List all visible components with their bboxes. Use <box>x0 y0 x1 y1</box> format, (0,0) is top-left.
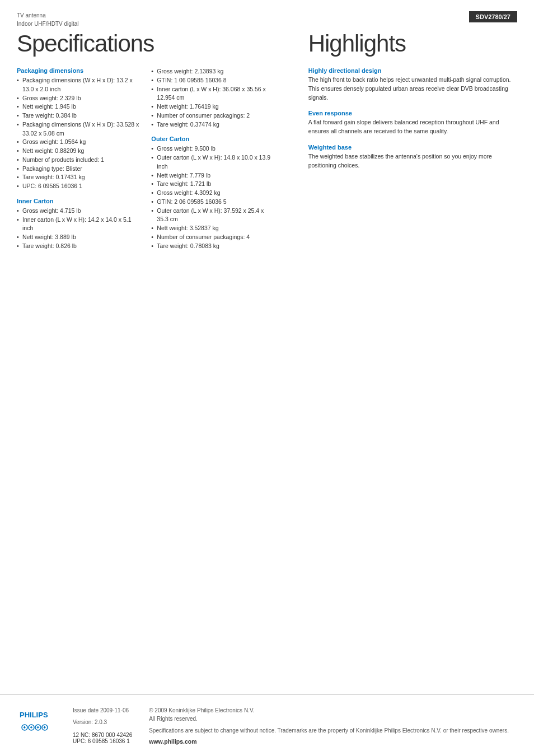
list-item: Outer carton (L x W x H): 14.8 x 10.0 x … <box>151 153 274 171</box>
svg-text:✦: ✦ <box>43 725 47 730</box>
rights-value: All Rights reserved. <box>149 716 198 722</box>
specifications-column: Specifications Packaging dimensions Pack… <box>17 30 286 251</box>
list-item: Inner carton (L x W x H): 14.2 x 14.0 x … <box>17 216 140 234</box>
svg-text:✦: ✦ <box>22 725 27 730</box>
list-item: Number of consumer packagings: 4 <box>151 233 274 242</box>
section-title-outer-carton: Outer Carton <box>151 136 274 142</box>
list-item: Tare weight: 0.384 lb <box>17 111 140 120</box>
list-item: Nett weight: 1.945 lb <box>17 102 140 111</box>
list-item: Inner carton (L x W x H): 36.068 x 35.56… <box>151 85 274 103</box>
list-item: GTIN: 2 06 09585 16036 5 <box>151 198 274 207</box>
list-item: Nett weight: 3.889 lb <box>17 233 140 242</box>
footer-info: Issue date 2009-11-06 Version: 2.0.3 12 … <box>73 706 517 745</box>
nc-label: 12 NC: 8670 000 42426 UPC: 6 09585 16036… <box>73 732 132 744</box>
issue-date-label: Issue date 2009-11-06 <box>73 706 132 715</box>
list-item: Gross weight: 1.0564 kg <box>17 138 140 147</box>
list-item: Number of products included: 1 <box>17 156 140 165</box>
list-item: Packaging type: Blister <box>17 165 140 174</box>
nc-value: 12 NC: 8670 000 42426 <box>73 732 132 738</box>
highlight-text-1: The high front to back ratio helps rejec… <box>308 76 517 102</box>
main-content: Specifications Packaging dimensions Pack… <box>17 30 517 251</box>
list-item: Number of consumer packagings: 2 <box>151 111 274 120</box>
list-item: Nett weight: 3.52837 kg <box>151 224 274 233</box>
footer: PHILIPS ✦ ✦ ✦ ✦ Issue date 2009-11-06 Ve… <box>0 694 534 756</box>
version-label: Version: 2.0.3 <box>73 718 132 726</box>
list-item: Nett weight: 0.88209 kg <box>17 147 140 156</box>
specs-layout: Packaging dimensions Packaging dimension… <box>17 67 275 251</box>
section-title-inner-carton: Inner Carton <box>17 198 140 204</box>
list-item: Packaging dimensions (W x H x D): 13.2 x… <box>17 76 140 94</box>
model-badge: SDV2780/27 <box>469 11 517 22</box>
highlight-weighted-base: Weighted base The weighted base stabiliz… <box>308 144 517 170</box>
list-item: Nett weight: 1.76419 kg <box>151 102 274 111</box>
svg-text:✦: ✦ <box>29 725 34 730</box>
highlight-title-2: Even response <box>308 110 517 116</box>
highlight-title-3: Weighted base <box>308 144 517 151</box>
highlight-text-3: The weighted base stabilizes the antenna… <box>308 152 517 170</box>
list-item: GTIN: 1 06 09585 16036 8 <box>151 76 274 85</box>
list-item: Tare weight: 0.37474 kg <box>151 120 274 129</box>
list-item: Gross weight: 2.13893 kg <box>151 67 274 76</box>
list-item: Packaging dimensions (W x H x D): 33.528… <box>17 120 140 138</box>
footer-col1: Issue date 2009-11-06 Version: 2.0.3 12 … <box>73 706 132 745</box>
philips-logo: PHILIPS ✦ ✦ ✦ ✦ <box>17 706 62 741</box>
list-item: Nett weight: 7.779 lb <box>151 171 274 180</box>
list-item: Gross weight: 4.3092 kg <box>151 189 274 198</box>
inner-carton-list: Gross weight: 4.715 lb Inner carton (L x… <box>17 207 140 251</box>
version-value: 2.0.3 <box>95 719 107 725</box>
list-item: Tare weight: 0.826 lb <box>17 242 140 251</box>
list-item: Tare weight: 0.78083 kg <box>151 242 274 251</box>
website-link[interactable]: www.philips.com <box>149 738 517 745</box>
svg-text:✦: ✦ <box>36 725 40 730</box>
list-item: Gross weight: 2.329 lb <box>17 94 140 103</box>
list-item: Tare weight: 0.17431 kg <box>17 173 140 182</box>
specifications-title: Specifications <box>17 30 275 57</box>
copyright-text: © 2009 Koninklijke Philips Electronics N… <box>149 706 517 723</box>
svg-text:PHILIPS: PHILIPS <box>20 711 48 719</box>
section-title-packaging: Packaging dimensions <box>17 67 140 74</box>
philips-logo-svg: PHILIPS ✦ ✦ ✦ ✦ <box>17 706 62 740</box>
specs-col-1: Packaging dimensions Packaging dimension… <box>17 67 140 251</box>
category-line2: Indoor UHF/HDTV digital <box>17 20 79 28</box>
highlight-even-response: Even response A flat forward gain slope … <box>308 110 517 136</box>
highlight-title-1: Highly directional design <box>308 67 517 74</box>
outer-carton-list: Gross weight: 9.500 lb Outer carton (L x… <box>151 144 274 250</box>
list-item: Gross weight: 4.715 lb <box>17 207 140 216</box>
highlight-highly-directional: Highly directional design The high front… <box>308 67 517 102</box>
footer-col3: © 2009 Koninklijke Philips Electronics N… <box>149 706 517 745</box>
list-item: Outer carton (L x W x H): 37.592 x 25.4 … <box>151 207 274 225</box>
copyright-value: © 2009 Koninklijke Philips Electronics N… <box>149 707 254 713</box>
category-line1: TV antenna <box>17 11 79 20</box>
highlights-title: Highlights <box>308 30 517 57</box>
specs-col-2: Gross weight: 2.13893 kg GTIN: 1 06 0958… <box>151 67 274 251</box>
list-item: Tare weight: 1.721 lb <box>151 180 274 189</box>
inner-carton-cont-list: Gross weight: 2.13893 kg GTIN: 1 06 0958… <box>151 67 274 129</box>
upc-value: UPC: 6 09585 16036 1 <box>73 738 132 744</box>
top-bar: TV antenna Indoor UHF/HDTV digital SDV27… <box>17 11 517 28</box>
page: TV antenna Indoor UHF/HDTV digital SDV27… <box>0 0 534 756</box>
product-category: TV antenna Indoor UHF/HDTV digital <box>17 11 79 28</box>
issue-date-value: 2009-11-06 <box>100 707 129 713</box>
list-item: Gross weight: 9.500 lb <box>151 144 274 153</box>
disclaimer-text: Specifications are subject to change wit… <box>149 726 517 735</box>
highlight-text-2: A flat forward gain slope delivers balan… <box>308 118 517 136</box>
highlights-column: Highlights Highly directional design The… <box>297 30 517 251</box>
list-item: UPC: 6 09585 16036 1 <box>17 182 140 191</box>
packaging-list: Packaging dimensions (W x H x D): 13.2 x… <box>17 76 140 191</box>
